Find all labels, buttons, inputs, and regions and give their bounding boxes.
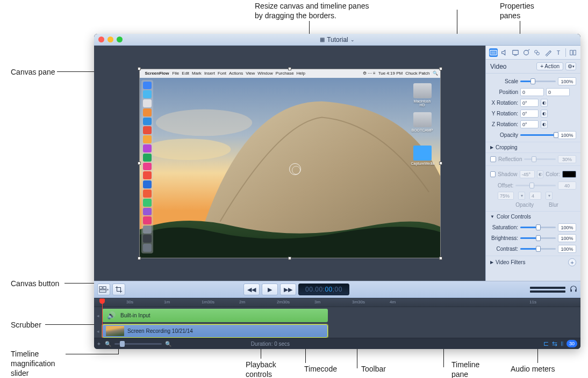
position-y-field[interactable]: 0 [546,88,570,96]
add-filter-button[interactable]: + [568,258,576,266]
video-filters-disclosure[interactable]: ▶ Video Filters + [486,256,580,268]
svg-rect-14 [99,287,102,289]
contrast-slider[interactable] [520,248,556,250]
callout-scrubber: Scrubber [11,320,41,330]
audio-clip[interactable]: 🔊 Built-in Input [102,309,328,322]
app-window: ▦ Tutorial ⌄ [94,34,580,349]
zoom-slider[interactable] [114,343,162,345]
tab-screen-recording[interactable] [511,48,520,57]
tab-callout[interactable] [522,48,530,57]
shadow-offset-value[interactable]: 40 [558,181,576,190]
shadow-opacity-field[interactable]: 75% [498,192,514,200]
tab-touch-callout[interactable] [533,48,541,57]
opacity-slider[interactable] [520,134,556,136]
shadow-blur-field[interactable]: 4 [529,192,541,200]
track-lock-icon[interactable]: ◂ [94,329,102,334]
headphones-icon [570,285,577,293]
resize-handle[interactable] [138,162,141,165]
shadow-color-swatch[interactable] [562,171,576,178]
minimize-window-button[interactable] [107,37,113,42]
cropping-disclosure[interactable]: ▶ Cropping [486,142,580,152]
resize-handle[interactable] [439,67,442,70]
window-title-text: Tutorial [327,36,348,43]
window-title[interactable]: ▦ Tutorial ⌄ [320,36,355,43]
canvas-pane[interactable]: ScreenFlow FileEditMarkInsertFontActions… [94,46,485,281]
desktop-icon: Macintosh HD [411,83,434,107]
stepper[interactable]: ▾ [546,192,553,200]
rotation-dial[interactable]: ◐ [541,120,548,128]
properties-gear-menu[interactable]: ⚙▾ [565,62,576,70]
timecode-display[interactable]: 00.00:00;00 [298,284,349,295]
resize-handle[interactable] [288,67,291,70]
canvas-controls-button[interactable]: » [97,284,110,295]
opacity-row: Opacity 100% [490,130,576,140]
saturation-slider[interactable] [520,227,556,228]
resize-handle[interactable] [439,257,442,260]
resize-handle[interactable] [439,162,442,165]
callout-line [64,283,97,284]
shadow-angle-field[interactable]: -45° [520,170,535,178]
timecode-prefix: 00.00: [305,286,325,293]
zoom-out-icon[interactable]: 🔍 [105,341,111,347]
shadow-checkbox[interactable] [490,171,496,177]
scale-value[interactable]: 100% [558,77,576,85]
saturation-value[interactable]: 100% [558,223,576,231]
brightness-slider[interactable] [520,237,556,239]
video-clip[interactable]: Screen Recording 10/21/14 [102,324,328,338]
x-rotation-field[interactable]: 0° [520,99,539,107]
disclosure-triangle-icon: ▶ [490,260,493,265]
crop-canvas-button[interactable] [112,284,125,295]
track-row: ◂ Screen Recording 10/21/14 [94,324,580,338]
contrast-label: Contrast: [490,246,518,252]
position-x-field[interactable]: 0 [520,88,544,96]
shadow-offset-slider[interactable] [515,185,556,186]
video-filters-label: Video Filters [496,259,525,265]
fast-forward-button[interactable]: ▶▶ [280,284,296,295]
scale-slider[interactable] [520,81,556,82]
play-button[interactable]: ▶ [262,284,278,295]
contrast-value[interactable]: 100% [558,245,576,253]
opacity-value[interactable]: 100% [558,131,576,139]
shadow-angle-dial[interactable]: ◐ [537,170,543,178]
close-window-button[interactable] [98,37,104,42]
color-controls-disclosure[interactable]: ▼ Color Controls [486,211,580,222]
z-rotation-field[interactable]: 0° [520,120,539,128]
playback-controls: ◀◀ ▶ ▶▶ [243,284,296,295]
reflection-checkbox[interactable] [490,156,496,162]
rotation-dial[interactable]: ◐ [541,99,548,107]
reflection-slider[interactable] [524,158,556,160]
rotation-dial[interactable]: ◐ [541,110,548,118]
tab-annotations[interactable] [544,48,553,57]
waveform-button[interactable]: ⫴ [561,340,563,347]
rewind-button[interactable]: ◀◀ [243,284,260,295]
resize-handle[interactable] [288,257,291,260]
add-action-button[interactable]: + Action [536,62,563,70]
document-icon: ▦ [320,37,325,42]
tab-audio[interactable] [500,48,508,57]
y-rotation-field[interactable]: 0° [520,110,539,118]
titlebar[interactable]: ▦ Tutorial ⌄ [94,34,580,46]
track-lock-icon[interactable]: ◂ [94,313,102,318]
tab-text[interactable]: T [555,48,563,57]
audio-clip-label: Built-in Input [120,312,150,318]
timeline-ruler[interactable]: 30s1m1m30s2m2m30s3m3m30s4m11s [94,299,580,307]
zoom-window-button[interactable] [117,37,123,42]
zoom-in-icon[interactable]: 🔍 [165,341,171,347]
headphones-button[interactable] [570,285,577,294]
add-track-button[interactable]: + [97,341,101,347]
resize-handle[interactable] [138,67,141,70]
snap-button[interactable]: ⊏ [543,340,549,347]
brightness-value[interactable]: 100% [558,234,576,242]
scale-row: Scale 100% [490,77,576,86]
timeline-pane[interactable]: 30s1m1m30s2m2m30s3m3m30s4m11s ◂ 🔊 Built-… [94,298,580,338]
desktop-icon: BOOTCAMP [411,112,434,132]
resize-handle[interactable] [138,257,141,260]
title-dropdown-icon: ⌄ [350,37,355,42]
frame-rate-badge[interactable]: 30 [567,340,577,347]
ripple-button[interactable]: ⇆ [552,340,557,347]
reflection-value[interactable]: 30% [558,155,576,163]
stepper[interactable]: ▾ [518,192,525,200]
tab-video[interactable] [489,48,498,57]
canvas-clip[interactable]: ScreenFlow FileEditMarkInsertFontActions… [139,69,441,258]
tab-media-library[interactable] [569,48,577,57]
